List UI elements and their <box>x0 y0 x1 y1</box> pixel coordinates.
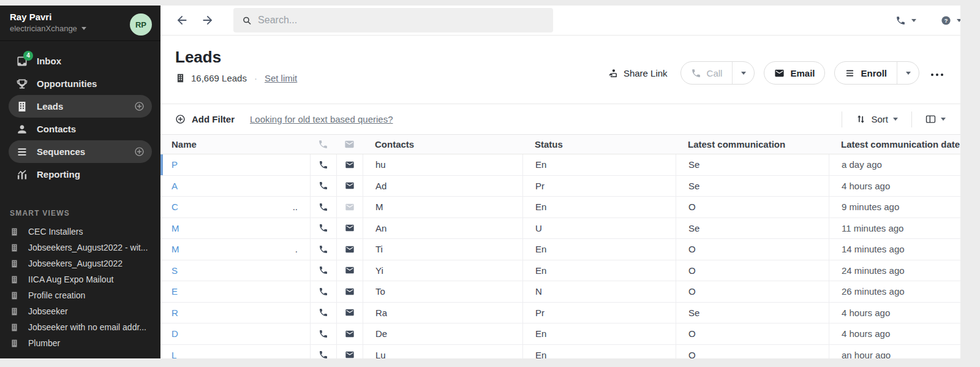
smart-view-item[interactable]: Jobseeker <box>0 303 160 319</box>
search-box[interactable] <box>233 8 553 32</box>
table-row[interactable]: C..MEnO9 minutes ago <box>160 197 960 218</box>
table-row[interactable]: AAdPrSe4 hours ago <box>160 176 960 197</box>
mail-icon[interactable] <box>345 160 355 170</box>
smart-view-item[interactable]: Jobseeker with no email addr... <box>0 319 160 335</box>
share-link-icon <box>608 68 618 78</box>
search-icon[interactable] <box>140 208 149 218</box>
mail-icon[interactable] <box>345 308 355 317</box>
table-row[interactable]: MAnUSe11 minutes ago <box>160 218 960 240</box>
phone-icon[interactable] <box>318 287 328 297</box>
help-menu[interactable]: ? <box>941 15 960 26</box>
call-dropdown-button[interactable] <box>732 62 754 84</box>
lead-name-link[interactable]: D <box>172 328 178 339</box>
search-input[interactable] <box>258 15 545 26</box>
mail-icon <box>774 68 785 78</box>
mail-icon[interactable] <box>345 329 355 339</box>
mail-icon[interactable] <box>345 265 355 275</box>
column-header-phone[interactable] <box>310 135 336 154</box>
table-row[interactable]: M.TiEnO14 minutes ago <box>160 239 960 260</box>
smart-view-item[interactable]: Jobseekers_August2022 <box>0 255 160 271</box>
columns-button[interactable] <box>925 114 946 124</box>
lead-name-link[interactable]: A <box>172 181 178 191</box>
smart-view-label: IICA Aug Expo Mailout <box>28 274 113 284</box>
table-row[interactable]: SYiEnO24 minutes ago <box>160 260 960 282</box>
mail-icon[interactable] <box>345 287 355 297</box>
smart-view-item[interactable]: Jobseekers_August2022 - wit... <box>0 240 160 255</box>
back-arrow-icon[interactable] <box>175 13 189 27</box>
column-header-status[interactable]: Status <box>522 135 676 154</box>
lead-name-link[interactable]: P <box>172 159 178 170</box>
mail-icon[interactable] <box>345 350 355 358</box>
mail-icon[interactable] <box>345 223 355 233</box>
more-actions-button[interactable] <box>929 70 946 76</box>
latest-communication-date: 4 hours ago <box>829 176 960 197</box>
latest-communication-fragment: O <box>688 244 696 254</box>
leads-table: Name Contacts Status Latest communicatio… <box>160 134 960 358</box>
enroll-dropdown-button[interactable] <box>897 62 919 84</box>
set-limit-link[interactable]: Set limit <box>265 73 297 83</box>
latest-communication-fragment: Se <box>688 181 699 191</box>
table-row[interactable]: PhuEnSea day ago <box>160 154 960 176</box>
phone-icon[interactable] <box>318 244 328 254</box>
avatar[interactable]: RP <box>130 13 152 36</box>
smart-views-list: CEC InstallersJobseekers_August2022 - wi… <box>0 224 160 351</box>
table-row[interactable]: RRaPrSe4 hours ago <box>160 303 960 324</box>
table-body: PhuEnSea day agoAAdPrSe4 hours agoC..MEn… <box>160 154 960 358</box>
table-row[interactable]: LLuEnOan hour ago <box>160 345 960 359</box>
lead-name-link[interactable]: L <box>172 350 176 358</box>
phone-icon[interactable] <box>318 223 328 233</box>
sidebar-item-contacts[interactable]: Contacts <box>9 118 152 140</box>
phone-icon[interactable] <box>318 202 328 212</box>
call-button[interactable]: Call <box>681 62 733 84</box>
share-link-button[interactable]: Share Link <box>608 68 668 78</box>
phone-icon[interactable] <box>318 308 328 317</box>
lead-name-link[interactable]: M <box>172 223 179 233</box>
smart-view-label: Jobseeker <box>28 306 68 316</box>
column-header-latest-communication[interactable]: Latest communication <box>676 135 829 154</box>
column-header-mail[interactable] <box>336 135 363 154</box>
phone-icon[interactable] <box>318 350 328 358</box>
lead-name-link[interactable]: E <box>172 286 178 297</box>
sidebar-item-inbox[interactable]: 4Inbox <box>9 50 152 72</box>
smart-view-item[interactable]: Profile creation <box>0 287 160 303</box>
phone-menu[interactable] <box>895 15 916 26</box>
phone-icon[interactable] <box>318 265 328 275</box>
phone-icon[interactable] <box>318 181 328 191</box>
forward-arrow-icon[interactable] <box>201 13 214 27</box>
mail-icon[interactable] <box>345 244 355 254</box>
add-filter-button[interactable]: Add Filter <box>175 114 235 124</box>
lead-name-link[interactable]: M <box>172 244 179 254</box>
smart-view-label: Plumber <box>28 338 60 348</box>
lead-name-link[interactable]: R <box>172 308 178 318</box>
smart-view-item[interactable]: CEC Installers <box>0 224 160 240</box>
column-header-latest-communication-date[interactable]: Latest communication date <box>829 135 960 154</box>
sidebar-item-reporting[interactable]: Reporting <box>9 163 152 186</box>
plus-circle-icon[interactable] <box>134 146 145 157</box>
phone-icon[interactable] <box>318 160 328 170</box>
sidebar-item-leads[interactable]: Leads <box>9 95 152 118</box>
table-header: Name Contacts Status Latest communicatio… <box>160 134 960 154</box>
mail-icon[interactable] <box>345 202 355 212</box>
smart-view-item[interactable]: IICA Aug Expo Mailout <box>0 271 160 287</box>
enroll-button[interactable]: Enroll <box>835 62 897 84</box>
old-queries-link[interactable]: Looking for old text based queries? <box>250 114 393 124</box>
lead-name-link[interactable]: S <box>172 265 178 276</box>
smart-views-title: SMART VIEWS <box>10 209 70 218</box>
smart-view-item[interactable]: Plumber <box>0 335 160 351</box>
mail-icon[interactable] <box>345 181 355 191</box>
column-header-name[interactable]: Name <box>160 135 310 154</box>
email-button[interactable]: Email <box>764 62 824 84</box>
column-header-contacts[interactable]: Contacts <box>363 135 522 154</box>
table-row[interactable]: EToNO26 minutes ago <box>160 281 960 303</box>
phone-icon[interactable] <box>318 329 328 339</box>
table-row[interactable]: DDeEnO4 hours ago <box>160 323 960 345</box>
building-icon <box>10 275 19 284</box>
plus-circle-icon[interactable] <box>134 101 145 112</box>
account-switcher[interactable]: Ray Pavri electricianXchange RP <box>0 6 160 41</box>
sidebar-item-label: Reporting <box>37 169 80 180</box>
sidebar-item-opportunities[interactable]: Opportunities <box>9 72 152 95</box>
lead-name-link[interactable]: C <box>172 202 178 212</box>
building-icon <box>16 100 28 113</box>
sidebar-item-sequences[interactable]: Sequences <box>9 140 152 163</box>
sort-button[interactable]: Sort <box>856 114 898 124</box>
